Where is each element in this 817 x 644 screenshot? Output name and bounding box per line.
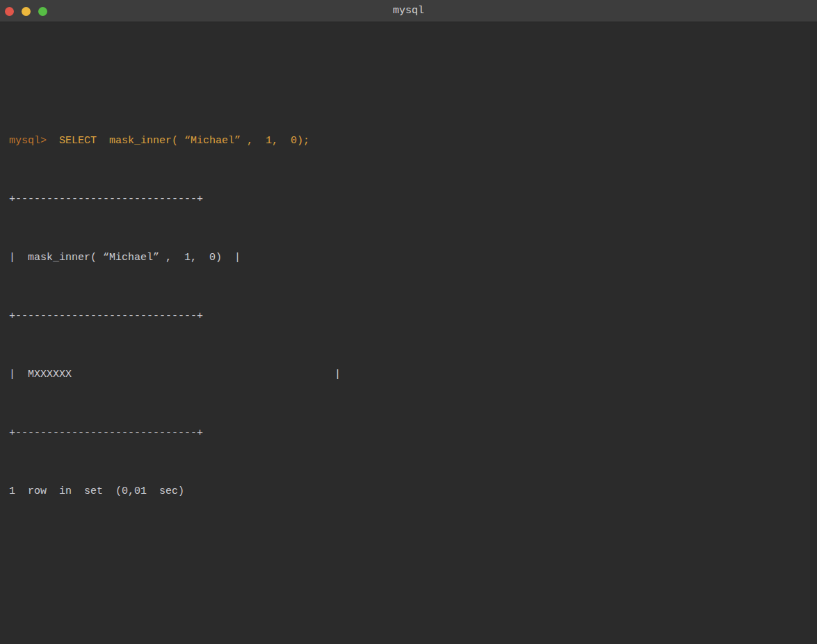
sql-command: SELECT mask_inner( “Michael” , 1, 0); — [47, 135, 309, 147]
window-title: mysql — [0, 0, 817, 22]
table-border-mid: +-----------------------------+ — [9, 307, 817, 326]
rows-summary: 1 row in set (0,01 sec) — [9, 482, 817, 501]
terminal-window: mysql mysql> SELECT mask_inner( “Michael… — [0, 0, 817, 644]
titlebar[interactable]: mysql — [0, 0, 817, 22]
query-block-2: mysql> SELECT mask_inner( “1234567890123… — [9, 618, 817, 644]
command-line: mysql> SELECT mask_inner( “Michael” , 1,… — [9, 131, 817, 151]
table-border-bottom: +-----------------------------+ — [9, 424, 817, 443]
table-header-row: | mask_inner( “Michael” , 1, 0) | — [9, 248, 817, 268]
table-result-row: | MXXXXXX | — [9, 365, 817, 385]
query-block-1: mysql> SELECT mask_inner( “Michael” , 1,… — [9, 92, 817, 540]
table-border-top: +-----------------------------+ — [9, 190, 817, 209]
shell-prompt: mysql> — [9, 135, 47, 147]
terminal-body[interactable]: mysql> SELECT mask_inner( “Michael” , 1,… — [0, 22, 817, 644]
